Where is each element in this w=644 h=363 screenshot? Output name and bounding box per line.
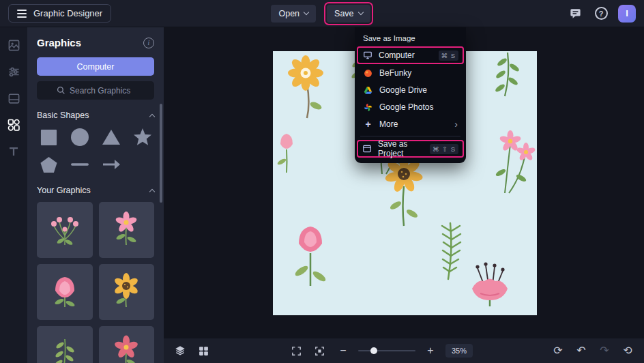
save-button[interactable]: Save <box>327 5 370 23</box>
shortcut-badge: ⌘ S <box>439 50 458 61</box>
plus-icon: + <box>427 345 433 356</box>
basic-shapes-label: Basic Shapes <box>37 111 89 120</box>
menu-item-label: Computer <box>379 50 415 60</box>
shape-arrow[interactable] <box>100 154 123 175</box>
graphic-thumbnail-branch[interactable] <box>37 326 93 363</box>
menu-item-save-as-project[interactable]: Save as Project ⌘ ⇧ S <box>357 140 464 158</box>
main-menu-button[interactable]: Graphic Designer <box>8 4 111 23</box>
left-icon-rail <box>0 27 27 363</box>
graphic-thumbnail-red-flower[interactable] <box>99 326 155 363</box>
templates-icon <box>8 39 20 52</box>
shape-line[interactable] <box>68 154 91 175</box>
search-input[interactable] <box>70 86 134 96</box>
menu-item-google-drive[interactable]: Google Drive <box>359 82 462 98</box>
rail-item-graphics[interactable] <box>5 117 22 133</box>
shape-circle[interactable] <box>68 127 91 147</box>
grid-icon <box>198 345 209 357</box>
shape-star[interactable] <box>131 127 154 147</box>
redo-button[interactable]: ↷ <box>596 343 613 359</box>
bottom-left-group <box>172 343 211 359</box>
sliders-icon <box>8 66 20 78</box>
graphic-thumbnail-pink-flower[interactable] <box>99 202 155 258</box>
menu-item-label: BeFunky <box>379 68 411 78</box>
shape-pentagon[interactable] <box>37 154 60 175</box>
app-title: Graphic Designer <box>33 8 102 18</box>
rail-item-edit[interactable] <box>5 63 22 80</box>
menu-item-label: Google Photos <box>379 102 433 112</box>
layers-button[interactable] <box>172 343 188 359</box>
history-button[interactable]: ⟲ <box>619 343 636 359</box>
open-button[interactable]: Open <box>271 5 316 23</box>
rail-item-templates[interactable] <box>5 37 22 53</box>
info-icon[interactable]: i <box>143 38 154 48</box>
rotate-icon: ⟳ <box>553 345 562 356</box>
graphics-search-box[interactable] <box>37 81 154 100</box>
chevron-down-icon <box>357 10 363 15</box>
text-icon <box>8 145 20 158</box>
menu-item-more[interactable]: + More › <box>359 116 462 132</box>
undo-button[interactable]: ↶ <box>573 343 589 359</box>
your-graphics-section-header[interactable]: Your Graphics <box>37 186 154 195</box>
graphic-thumbnail-yellow-flower[interactable] <box>99 264 155 320</box>
menu-divider <box>360 136 460 136</box>
zoom-in-button[interactable]: + <box>422 343 439 359</box>
chevron-right-icon: › <box>454 119 458 129</box>
zoom-slider[interactable] <box>358 350 415 351</box>
panel-scrollbar[interactable] <box>160 104 162 203</box>
topbar-right-group: ? I <box>373 5 636 23</box>
graphic-thumbnail-peony[interactable] <box>37 264 93 320</box>
shape-square[interactable] <box>37 127 60 147</box>
minus-icon: − <box>340 345 346 356</box>
zoom-controls-group: − + 35% <box>289 343 473 359</box>
redo-icon: ↷ <box>600 345 609 356</box>
layers-icon <box>174 345 186 357</box>
graphics-panel: Graphics i Computer Basic Shapes <box>27 27 164 363</box>
graphics-shapes-icon <box>7 118 20 132</box>
open-button-label: Open <box>278 9 299 18</box>
chevron-down-icon <box>304 10 309 15</box>
computer-source-button[interactable]: Computer <box>37 57 154 76</box>
fit-to-screen-button[interactable] <box>312 343 328 359</box>
menu-item-computer[interactable]: Computer ⌘ S <box>357 46 464 64</box>
computer-icon <box>362 50 372 60</box>
zoom-level-badge[interactable]: 35% <box>445 344 473 358</box>
save-project-icon <box>362 144 372 154</box>
your-graphics-label: Your Graphics <box>37 186 91 195</box>
zoom-slider-knob[interactable] <box>370 347 377 354</box>
help-button[interactable]: ? <box>592 5 610 23</box>
rail-item-text[interactable] <box>5 143 22 160</box>
fit-screen-icon <box>314 345 325 357</box>
rail-item-image-manager[interactable] <box>5 90 22 106</box>
grid-view-button[interactable] <box>195 343 211 359</box>
chevron-up-icon <box>149 114 155 119</box>
save-menu-header: Save as Image <box>355 29 466 46</box>
hamburger-icon <box>17 10 27 18</box>
shape-triangle[interactable] <box>100 127 123 147</box>
google-drive-icon <box>363 86 373 95</box>
panel-title: Graphics <box>37 37 81 48</box>
feedback-icon <box>569 7 582 20</box>
rotate-canvas-button[interactable]: ⟳ <box>550 343 566 359</box>
fullscreen-icon <box>291 345 302 357</box>
befunky-icon <box>363 69 373 78</box>
help-icon: ? <box>595 7 608 20</box>
menu-item-label: Save as Project <box>378 139 424 158</box>
search-icon <box>57 86 65 95</box>
fullscreen-button[interactable] <box>289 343 305 359</box>
basic-shapes-grid <box>37 127 154 175</box>
menu-item-label: Google Drive <box>379 85 427 95</box>
topbar-left-group: Graphic Designer <box>8 4 271 23</box>
zoom-out-button[interactable]: − <box>335 343 351 359</box>
chevron-up-icon <box>149 189 155 194</box>
undo-icon: ↶ <box>576 345 585 356</box>
graphic-thumbnail-bouquet[interactable] <box>37 202 93 258</box>
bottom-toolbar: − + 35% ⟳ ↶ ↷ ⟲ <box>164 338 644 363</box>
menu-item-label: More <box>379 119 398 129</box>
feedback-button[interactable] <box>566 5 584 23</box>
user-avatar[interactable]: I <box>618 5 636 23</box>
menu-item-google-photos[interactable]: Google Photos <box>359 99 462 115</box>
basic-shapes-section-header[interactable]: Basic Shapes <box>37 111 154 120</box>
menu-item-befunky[interactable]: BeFunky <box>359 65 462 81</box>
save-annotation-highlight: Save <box>324 2 373 25</box>
history-icon: ⟲ <box>623 345 632 356</box>
